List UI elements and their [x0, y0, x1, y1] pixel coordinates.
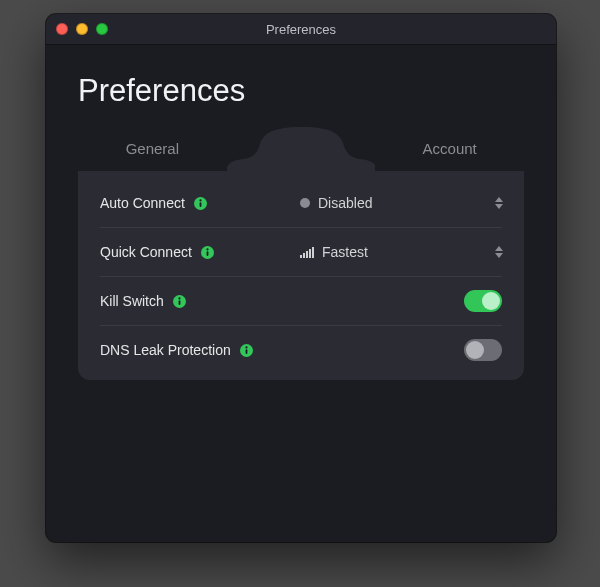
dropdown-stepper[interactable] [492, 241, 506, 263]
svg-rect-15 [245, 349, 247, 354]
svg-point-2 [199, 199, 201, 201]
toggle-knob [482, 292, 500, 310]
window-controls [46, 23, 108, 35]
info-icon[interactable] [240, 344, 253, 357]
window-title: Preferences [46, 22, 556, 37]
content: Preferences General Connection Account A… [46, 45, 556, 380]
settings-panel: Auto Connect Disabled [78, 171, 524, 380]
tabs: General Connection Account [78, 127, 524, 171]
toggle-kill-switch[interactable] [464, 290, 502, 312]
row-label: Auto Connect [100, 195, 300, 211]
svg-point-13 [178, 297, 180, 299]
row-kill-switch: Kill Switch [100, 277, 502, 326]
row-value: Disabled [300, 195, 492, 211]
toggle-knob [466, 341, 484, 359]
row-quick-connect: Quick Connect [100, 228, 502, 277]
label-text: DNS Leak Protection [100, 342, 231, 358]
status-dot-icon [300, 198, 310, 208]
tab-account[interactable]: Account [375, 127, 524, 171]
chevron-down-icon [495, 253, 503, 258]
zoom-window-button[interactable] [96, 23, 108, 35]
label-text: Quick Connect [100, 244, 192, 260]
label-text: Kill Switch [100, 293, 164, 309]
row-label: Quick Connect [100, 244, 300, 260]
row-label: DNS Leak Protection [100, 342, 300, 358]
preferences-window: Preferences Preferences General Connecti… [46, 14, 556, 542]
row-label: Kill Switch [100, 293, 300, 309]
signal-bars-icon [300, 247, 314, 258]
value-text: Disabled [318, 195, 372, 211]
titlebar: Preferences [46, 14, 556, 45]
svg-rect-1 [199, 202, 201, 207]
svg-point-5 [206, 248, 208, 250]
tab-general[interactable]: General [78, 127, 227, 171]
tab-label: General [126, 140, 179, 157]
svg-rect-8 [306, 251, 308, 258]
chevron-up-icon [495, 197, 503, 202]
row-auto-connect: Auto Connect Disabled [100, 179, 502, 228]
close-window-button[interactable] [56, 23, 68, 35]
row-value: Fastest [300, 244, 492, 260]
toggle-dns-leak-protection[interactable] [464, 339, 502, 361]
minimize-window-button[interactable] [76, 23, 88, 35]
label-text: Auto Connect [100, 195, 185, 211]
svg-rect-9 [309, 249, 311, 258]
chevron-down-icon [495, 204, 503, 209]
info-icon[interactable] [201, 246, 214, 259]
svg-rect-7 [303, 253, 305, 258]
dropdown-stepper[interactable] [492, 192, 506, 214]
svg-rect-12 [178, 300, 180, 305]
chevron-up-icon [495, 246, 503, 251]
svg-rect-6 [300, 255, 302, 258]
info-icon[interactable] [194, 197, 207, 210]
page-title: Preferences [78, 73, 524, 109]
svg-rect-4 [206, 251, 208, 256]
row-dns-leak-protection: DNS Leak Protection [100, 326, 502, 374]
info-icon[interactable] [173, 295, 186, 308]
svg-point-16 [245, 346, 247, 348]
value-text: Fastest [322, 244, 368, 260]
svg-rect-10 [312, 247, 314, 258]
tab-label: Account [423, 140, 477, 157]
